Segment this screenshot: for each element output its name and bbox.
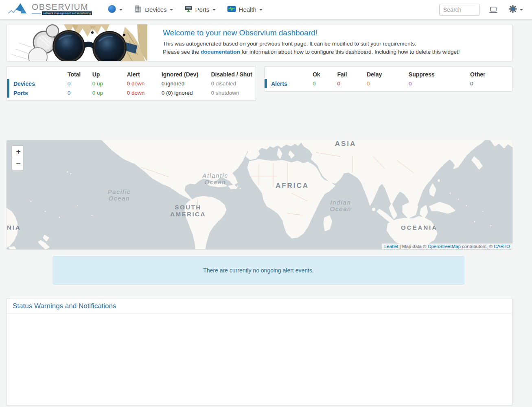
svg-text:Ocean: Ocean — [109, 195, 130, 202]
nav-devices-label: Devices — [145, 6, 166, 13]
col-other: Other — [468, 70, 512, 79]
carto-link[interactable]: CARTO — [494, 244, 510, 249]
map-zoom-control: + − — [11, 145, 24, 171]
map-label-indian: Indian — [330, 199, 351, 206]
alerts-other: 0 — [468, 79, 512, 88]
chevron-down-icon — [119, 9, 123, 11]
ports-total: 0 — [65, 88, 90, 98]
devices-down: 0 down — [125, 79, 159, 88]
openstreetmap-link[interactable]: OpenStreetMap — [428, 244, 461, 249]
col-ignored: Ignored (Dev) — [159, 70, 209, 79]
nav-ports-label: Ports — [195, 6, 210, 13]
col-suppress: Suppress — [406, 70, 468, 79]
building-icon — [134, 5, 142, 14]
devices-link[interactable]: Devices — [13, 81, 35, 87]
chevron-down-icon — [259, 9, 263, 11]
status-panel-body — [7, 314, 512, 403]
alerts-fail: 0 — [335, 79, 364, 88]
ports-link[interactable]: Ports — [13, 90, 28, 96]
tagline-rule — [32, 13, 41, 14]
map-label-america: AMERICA — [170, 211, 206, 218]
devices-disabled: 0 disabled — [208, 79, 256, 88]
ports-ignored: 0 (0) ignored — [159, 88, 209, 98]
col-disabled: Disabled / Shut — [208, 70, 256, 79]
world-map-svg: ASIA AFRICA SOUTH AMERICA OCEANIA NIA Pa… — [7, 140, 512, 249]
devices-up: 0 up — [90, 79, 125, 88]
col-alert: Alert — [125, 70, 159, 79]
map-label-oceania-wrap: NIA — [7, 224, 21, 231]
devices-ignored: 0 ignored — [159, 79, 209, 88]
devices-ports-summary-panel: Total Up Alert Ignored (Dev) Disabled / … — [7, 66, 256, 101]
col-up: Up — [90, 70, 125, 79]
mountain-chart-logo-icon — [8, 2, 29, 17]
welcome-banner: Welcome to your new Observium dashboard!… — [7, 24, 512, 61]
col-ok: Ok — [310, 70, 335, 79]
documentation-link[interactable]: documentation — [201, 49, 240, 55]
status-panel-title: Status Warnings and Notifications — [7, 298, 512, 314]
devices-ports-table: Total Up Alert Ignored (Dev) Disabled / … — [7, 70, 256, 98]
table-row-devices: Devices 0 0 up 0 down 0 ignored 0 disabl… — [8, 79, 256, 88]
settings-menu[interactable] — [507, 3, 525, 17]
table-row-alerts: Alerts 0 0 0 0 0 — [266, 79, 512, 88]
ports-down: 0 down — [125, 88, 159, 98]
alerts-suppress: 0 — [406, 79, 468, 88]
welcome-line1: This was autogenerated based on your pre… — [163, 40, 460, 48]
chevron-down-icon — [212, 9, 216, 11]
alerts-summary-panel: Ok Fail Delay Suppress Other Alerts 0 0 … — [264, 66, 512, 91]
gear-icon — [508, 4, 517, 15]
map-label-africa: AFRICA — [276, 182, 309, 189]
svg-text:Ocean: Ocean — [330, 206, 352, 212]
top-navbar: OBSERVIUM network management and monitor… — [0, 0, 532, 20]
map-label-pacific: Pacific — [108, 189, 131, 195]
nav-health-label: Health — [239, 6, 256, 13]
map-label-asia: ASIA — [335, 140, 357, 148]
ports-up: 0 up — [90, 88, 125, 98]
ports-shutdown: 0 shutdown — [208, 88, 256, 98]
col-fail: Fail — [335, 70, 364, 79]
svg-text:Ocean: Ocean — [205, 179, 226, 185]
alerts-link[interactable]: Alerts — [271, 81, 287, 87]
chevron-down-icon — [170, 9, 173, 11]
table-row-ports: Ports 0 0 up 0 down 0 (0) ignored 0 shut… — [8, 88, 256, 98]
alerts-table: Ok Fail Delay Suppress Other Alerts 0 0 … — [265, 70, 512, 88]
globe-icon — [107, 4, 116, 15]
search-input[interactable] — [439, 4, 480, 16]
col-total: Total — [65, 70, 90, 79]
map-label-atlantic: Atlantic — [202, 172, 228, 179]
welcome-line2: Please see the documentation for informa… — [163, 48, 460, 56]
nav-ports-menu[interactable]: Ports — [180, 2, 220, 17]
welcome-title: Welcome to your new Observium dashboard! — [163, 28, 460, 37]
table-header-row: Ok Fail Delay Suppress Other — [266, 70, 512, 79]
no-alerts-notice: There are currently no ongoing alert eve… — [53, 256, 464, 285]
observium-logo[interactable]: OBSERVIUM network management and monitor… — [8, 2, 92, 17]
alerts-delay: 0 — [364, 79, 406, 88]
map-label-south: SOUTH — [175, 204, 201, 211]
brand-tagline: network management and monitoring — [42, 11, 92, 15]
switch-icon — [184, 5, 193, 14]
mascot-goggles-art — [7, 24, 147, 61]
nav-health-menu[interactable]: Health — [223, 3, 267, 16]
map-attribution: Leaflet | Map data © OpenStreetMap contr… — [382, 244, 512, 249]
chevron-down-icon — [520, 9, 523, 11]
brand-name: OBSERVIUM — [32, 2, 88, 11]
zoom-in-button[interactable]: + — [12, 146, 24, 158]
table-header-row: Total Up Alert Ignored (Dev) Disabled / … — [8, 70, 256, 79]
status-warnings-panel: Status Warnings and Notifications — [7, 298, 512, 406]
leaflet-link[interactable]: Leaflet — [384, 244, 398, 249]
heartbeat-icon — [227, 5, 236, 14]
nav-devices-menu[interactable]: Devices — [130, 2, 177, 17]
display-button[interactable] — [487, 4, 499, 15]
map-label-oceania: OCEANIA — [401, 224, 438, 231]
devices-total: 0 — [65, 79, 90, 88]
nav-globe-menu[interactable] — [103, 2, 127, 17]
col-delay: Delay — [364, 70, 406, 79]
alerts-ok: 0 — [310, 79, 335, 88]
zoom-out-button[interactable]: − — [12, 158, 24, 170]
world-map[interactable]: ASIA AFRICA SOUTH AMERICA OCEANIA NIA Pa… — [7, 140, 512, 249]
